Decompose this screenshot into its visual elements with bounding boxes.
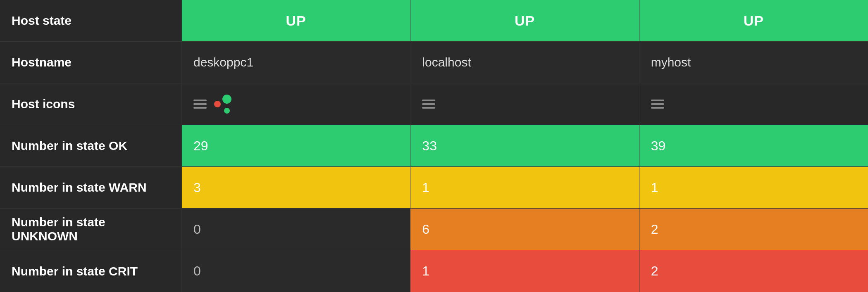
num-unknown-col2: 6 — [410, 209, 639, 250]
num-unknown-value-3: 2 — [651, 222, 658, 237]
num-crit-value-2: 1 — [422, 264, 429, 279]
num-crit-col3: 2 — [639, 250, 868, 292]
hostname-value-1: deskoppc1 — [193, 55, 253, 69]
num-warn-col2: 1 — [410, 167, 639, 209]
host-icons-col2[interactable] — [410, 83, 639, 125]
hostname-col3: myhost — [639, 42, 868, 83]
num-ok-value-3: 39 — [651, 138, 666, 154]
num-unknown-value-2: 6 — [422, 222, 429, 237]
row-label-num-unknown: Number in state UNKNOWN — [12, 215, 170, 243]
num-crit-value-1: 0 — [193, 264, 201, 279]
num-warn-value-1: 3 — [193, 180, 201, 195]
hostname-col1: deskoppc1 — [182, 42, 410, 83]
row-label-num-ok: Number in state OK — [12, 139, 127, 153]
hamburger-menu-icon-2[interactable] — [422, 100, 435, 109]
num-ok-value-2: 33 — [422, 138, 437, 154]
host-state-col1: UP — [182, 0, 410, 42]
host-state-label: Host state — [0, 0, 182, 42]
host-state-value-1: UP — [286, 13, 306, 29]
num-crit-col2: 1 — [410, 250, 639, 292]
num-warn-value-3: 1 — [651, 180, 658, 195]
num-ok-col2: 33 — [410, 125, 639, 167]
num-unknown-col1: 0 — [182, 209, 410, 250]
num-unknown-col3: 2 — [639, 209, 868, 250]
num-ok-label: Number in state OK — [0, 125, 182, 167]
host-icons-col1[interactable] — [182, 83, 410, 125]
hamburger-menu-icon-3[interactable] — [651, 100, 664, 109]
hostname-col2: localhost — [410, 42, 639, 83]
num-warn-label: Number in state WARN — [0, 167, 182, 209]
num-ok-col1: 29 — [182, 125, 410, 167]
num-crit-col1: 0 — [182, 250, 410, 292]
dot-green-small-icon — [224, 108, 230, 114]
num-crit-value-3: 2 — [651, 264, 658, 279]
row-label-hostname: Hostname — [12, 55, 72, 69]
host-icons-col3[interactable] — [639, 83, 868, 125]
row-label-host-state: Host state — [12, 14, 72, 28]
row-label-num-crit: Number in state CRIT — [12, 264, 138, 278]
num-ok-value-1: 29 — [193, 138, 208, 154]
hostname-value-2: localhost — [422, 55, 471, 69]
num-ok-col3: 39 — [639, 125, 868, 167]
hamburger-menu-icon-1[interactable] — [193, 100, 207, 109]
num-unknown-label: Number in state UNKNOWN — [0, 209, 182, 250]
row-label-host-icons: Host icons — [12, 97, 75, 111]
host-state-value-2: UP — [515, 13, 535, 29]
host-state-table: Host state UP UP UP Hostname deskoppc1 l… — [0, 0, 868, 292]
host-icons-label: Host icons — [0, 83, 182, 125]
dot-red-icon — [214, 101, 221, 107]
host-state-col2: UP — [410, 0, 639, 42]
row-label-num-warn: Number in state WARN — [12, 180, 147, 195]
host-state-value-3: UP — [744, 13, 764, 29]
host-state-col3: UP — [639, 0, 868, 42]
hostname-label: Hostname — [0, 42, 182, 83]
hostname-value-3: myhost — [651, 55, 691, 69]
num-warn-value-2: 1 — [422, 180, 429, 195]
status-dots-1 — [214, 95, 231, 114]
num-warn-col3: 1 — [639, 167, 868, 209]
num-crit-label: Number in state CRIT — [0, 250, 182, 292]
num-warn-col1: 3 — [182, 167, 410, 209]
num-unknown-value-1: 0 — [193, 222, 201, 237]
dot-green-large-icon — [222, 95, 231, 104]
